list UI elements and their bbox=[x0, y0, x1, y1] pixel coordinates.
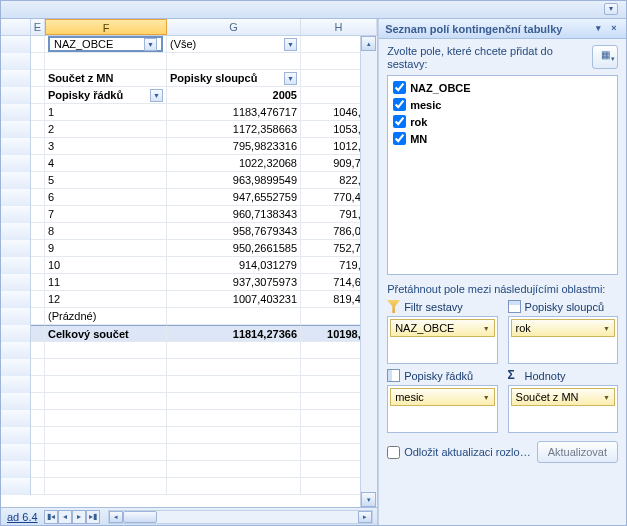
cell[interactable]: 8 bbox=[45, 223, 167, 240]
cell[interactable]: 947,6552759 bbox=[167, 189, 301, 206]
cell[interactable]: 1007,403231 bbox=[167, 291, 301, 308]
zone-report-filter[interactable]: Filtr sestavy NAZ_OBCE▼ bbox=[387, 299, 497, 364]
cell[interactable]: 795,9823316 bbox=[167, 138, 301, 155]
cell[interactable] bbox=[45, 478, 167, 495]
field-item[interactable]: rok bbox=[391, 113, 614, 130]
field-item[interactable]: MN bbox=[391, 130, 614, 147]
pane-menu-button[interactable]: ▾ bbox=[592, 23, 604, 35]
cell[interactable] bbox=[45, 461, 167, 478]
cell[interactable]: 1 bbox=[45, 104, 167, 121]
cell[interactable] bbox=[45, 410, 167, 427]
chip-cols[interactable]: rok▼ bbox=[511, 319, 615, 337]
cell[interactable]: Součet z MN bbox=[45, 70, 167, 87]
cell[interactable] bbox=[167, 342, 301, 359]
sheet-tab[interactable]: ad 6.4 bbox=[1, 511, 44, 523]
cell[interactable] bbox=[31, 359, 45, 376]
cell[interactable] bbox=[31, 308, 45, 325]
cell[interactable]: (Vše)▼ bbox=[167, 36, 301, 53]
cell[interactable] bbox=[31, 461, 45, 478]
cell[interactable]: 1022,32068 bbox=[167, 155, 301, 172]
scroll-left[interactable]: ◂ bbox=[109, 511, 123, 523]
tab-first[interactable]: ▮◂ bbox=[44, 510, 58, 524]
cell[interactable]: 960,7138343 bbox=[167, 206, 301, 223]
formula-bar-expand[interactable]: ▾ bbox=[604, 3, 618, 15]
tab-next[interactable]: ▸ bbox=[72, 510, 86, 524]
cell[interactable] bbox=[31, 172, 45, 189]
cell[interactable] bbox=[31, 240, 45, 257]
cell[interactable] bbox=[31, 410, 45, 427]
field-item[interactable]: NAZ_OBCE bbox=[391, 79, 614, 96]
cell[interactable]: (Prázdné) bbox=[45, 308, 167, 325]
cell[interactable] bbox=[167, 461, 301, 478]
filter-dropdown-button[interactable]: ▼ bbox=[284, 72, 297, 85]
cell[interactable] bbox=[167, 444, 301, 461]
cell[interactable] bbox=[31, 36, 45, 53]
cell[interactable]: 7 bbox=[45, 206, 167, 223]
cell[interactable] bbox=[31, 291, 45, 308]
cell[interactable]: Celkový součet bbox=[45, 325, 167, 342]
cell[interactable] bbox=[31, 155, 45, 172]
field-checkbox[interactable] bbox=[393, 81, 406, 94]
cell[interactable]: 3 bbox=[45, 138, 167, 155]
cell[interactable]: 1183,476717 bbox=[167, 104, 301, 121]
cell[interactable] bbox=[45, 342, 167, 359]
cell[interactable] bbox=[31, 70, 45, 87]
field-item[interactable]: mesic bbox=[391, 96, 614, 113]
cell[interactable] bbox=[31, 427, 45, 444]
cell[interactable] bbox=[31, 325, 45, 342]
cell[interactable] bbox=[167, 376, 301, 393]
cell[interactable] bbox=[167, 359, 301, 376]
cell[interactable]: 950,2661585 bbox=[167, 240, 301, 257]
cell[interactable]: 4 bbox=[45, 155, 167, 172]
cell[interactable] bbox=[45, 444, 167, 461]
cell[interactable] bbox=[167, 427, 301, 444]
col-header-f[interactable]: F bbox=[45, 19, 167, 35]
filter-dropdown-button[interactable]: ▼ bbox=[150, 89, 163, 102]
cell[interactable] bbox=[31, 393, 45, 410]
cell[interactable] bbox=[31, 189, 45, 206]
cell[interactable] bbox=[31, 121, 45, 138]
cell[interactable] bbox=[31, 87, 45, 104]
cell[interactable]: 1172,358663 bbox=[167, 121, 301, 138]
field-list[interactable]: NAZ_OBCEmesicrokMN bbox=[387, 75, 618, 275]
tab-last[interactable]: ▸▮ bbox=[86, 510, 100, 524]
col-header-g[interactable]: G bbox=[167, 19, 301, 35]
chip-rows[interactable]: mesic▼ bbox=[390, 388, 494, 406]
cell[interactable]: 12 bbox=[45, 291, 167, 308]
cell[interactable] bbox=[31, 257, 45, 274]
zone-values[interactable]: ΣHodnoty Součet z MN▼ bbox=[508, 368, 618, 433]
hscroll-thumb[interactable] bbox=[123, 511, 157, 523]
spreadsheet-grid[interactable]: NAZ_OBCE▼(Vše)▼Součet z MNPopisky sloupc… bbox=[1, 36, 377, 507]
horizontal-scrollbar[interactable]: ◂ ▸ bbox=[108, 510, 374, 524]
cell[interactable]: 914,031279 bbox=[167, 257, 301, 274]
cell[interactable] bbox=[31, 138, 45, 155]
cell[interactable] bbox=[31, 53, 45, 70]
cell[interactable]: 958,7679343 bbox=[167, 223, 301, 240]
vertical-scrollbar[interactable]: ▴ ▾ bbox=[360, 36, 377, 507]
defer-update-checkbox[interactable]: Odložit aktualizaci rozlo… bbox=[387, 446, 531, 459]
select-all-corner[interactable] bbox=[1, 19, 31, 35]
field-checkbox[interactable] bbox=[393, 115, 406, 128]
col-header-e[interactable]: E bbox=[31, 19, 45, 35]
cell[interactable]: 2005 bbox=[167, 87, 301, 104]
cell[interactable] bbox=[31, 478, 45, 495]
filter-dropdown-button[interactable]: ▼ bbox=[284, 38, 297, 51]
scroll-up[interactable]: ▴ bbox=[361, 36, 376, 51]
chip-filter[interactable]: NAZ_OBCE▼ bbox=[390, 319, 494, 337]
defer-update-input[interactable] bbox=[387, 446, 400, 459]
chip-vals[interactable]: Součet z MN▼ bbox=[511, 388, 615, 406]
cell[interactable]: 11814,27366 bbox=[167, 325, 301, 342]
cell[interactable] bbox=[167, 393, 301, 410]
cell[interactable] bbox=[31, 206, 45, 223]
field-checkbox[interactable] bbox=[393, 132, 406, 145]
cell[interactable] bbox=[31, 376, 45, 393]
cell[interactable] bbox=[45, 53, 167, 70]
cell[interactable] bbox=[31, 342, 45, 359]
cell[interactable] bbox=[45, 359, 167, 376]
cell[interactable] bbox=[167, 53, 301, 70]
pane-close-button[interactable]: × bbox=[608, 23, 620, 35]
update-button[interactable]: Aktualizovat bbox=[537, 441, 618, 463]
cell[interactable] bbox=[45, 427, 167, 444]
cell[interactable] bbox=[31, 104, 45, 121]
cell[interactable]: 937,3075973 bbox=[167, 274, 301, 291]
